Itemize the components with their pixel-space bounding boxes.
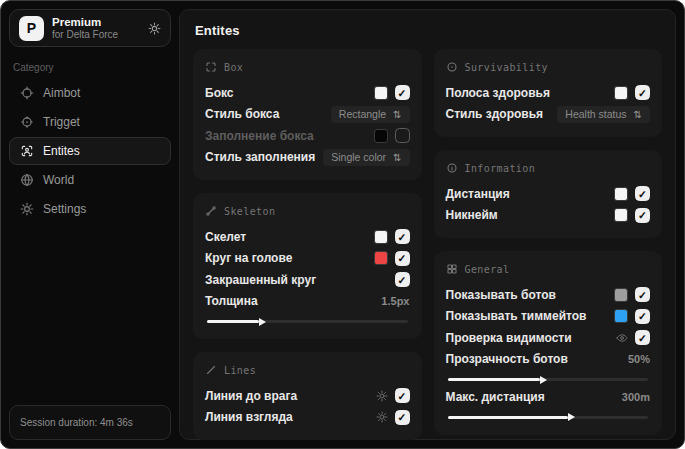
- diagonal-line-icon: [205, 364, 217, 376]
- setting-label: Показывать ботов: [446, 288, 556, 302]
- checkbox[interactable]: [395, 251, 410, 266]
- category-label: Category: [13, 62, 167, 73]
- checkbox[interactable]: [635, 287, 650, 302]
- chevron-updown-icon: ⇅: [634, 109, 642, 120]
- sidebar: P Premium for Delta Force Category Aimbo…: [9, 9, 171, 440]
- checkbox[interactable]: [635, 330, 650, 345]
- setting-row: Стиль заполнения Single color ⇅: [205, 147, 410, 169]
- bot-opacity-slider[interactable]: [448, 378, 649, 381]
- checkbox[interactable]: [635, 186, 650, 201]
- checkbox[interactable]: [395, 229, 410, 244]
- setting-label: Бокс: [205, 86, 233, 100]
- main-panel: Entites Box Бокс: [179, 9, 676, 440]
- sidebar-item-label: Settings: [43, 202, 86, 216]
- section-title: Lines: [224, 365, 256, 376]
- setting-row: Бокс: [205, 82, 410, 104]
- section-box: Box Бокс Стиль бокса Rectangle ⇅: [193, 49, 422, 180]
- chevron-updown-icon: ⇅: [393, 152, 401, 163]
- section-information: Information Дистанция Никнейм: [434, 150, 663, 238]
- checkbox[interactable]: [635, 309, 650, 324]
- checkbox[interactable]: [635, 85, 650, 100]
- checkbox[interactable]: [395, 388, 410, 403]
- checkbox[interactable]: [395, 128, 410, 143]
- sidebar-item-entites[interactable]: Entites: [9, 137, 171, 165]
- slider-value: 1.5px: [381, 295, 409, 307]
- gear-icon[interactable]: [376, 411, 388, 423]
- color-swatch[interactable]: [614, 309, 628, 323]
- info-icon: [446, 162, 458, 174]
- sidebar-item-aimbot[interactable]: Aimbot: [9, 79, 171, 107]
- dropdown-value: Health status: [565, 108, 626, 120]
- chevron-updown-icon: ⇅: [393, 109, 401, 120]
- setting-row: Круг на голове: [205, 248, 410, 270]
- setting-label: Никнейм: [446, 208, 498, 222]
- max-distance-slider[interactable]: [448, 416, 649, 419]
- setting-label: Линия до врага: [205, 389, 297, 403]
- setting-label: Стиль заполнения: [205, 150, 315, 164]
- setting-row: Показывать тиммейтов: [446, 306, 651, 328]
- dropdown-value: Rectangle: [339, 108, 386, 120]
- color-swatch[interactable]: [374, 86, 388, 100]
- setting-label: Проверка видимости: [446, 331, 572, 345]
- setting-row: Прозрачность ботов 50%: [446, 349, 651, 371]
- section-title: Information: [465, 163, 536, 174]
- color-swatch[interactable]: [614, 86, 628, 100]
- setting-label: Показывать тиммейтов: [446, 309, 587, 323]
- slider-value: 300m: [622, 391, 650, 403]
- sidebar-item-label: Entites: [43, 144, 80, 158]
- health-style-dropdown[interactable]: Health status ⇅: [557, 106, 650, 123]
- checkbox[interactable]: [395, 410, 410, 425]
- session-duration-text: Session duration: 4m 36s: [20, 417, 133, 428]
- setting-row: Скелет: [205, 226, 410, 248]
- page-title: Entites: [195, 23, 662, 38]
- app-window: P Premium for Delta Force Category Aimbo…: [0, 0, 685, 449]
- brand-title: Premium: [52, 16, 118, 29]
- setting-row: Никнейм: [446, 205, 651, 227]
- color-swatch[interactable]: [374, 251, 388, 265]
- setting-label: Прозрачность ботов: [446, 352, 568, 366]
- thickness-slider[interactable]: [207, 320, 408, 323]
- setting-label: Макс. дистанция: [446, 390, 545, 404]
- globe-icon: [20, 173, 34, 187]
- setting-label: Дистанция: [446, 187, 510, 201]
- slider-fill: [448, 378, 540, 381]
- sidebar-nav: Aimbot Trigget Entites World: [9, 79, 171, 223]
- gear-icon[interactable]: [148, 22, 161, 35]
- brand-subtitle: for Delta Force: [52, 29, 118, 41]
- color-swatch[interactable]: [614, 187, 628, 201]
- setting-label: Полоса здоровья: [446, 86, 550, 100]
- color-swatch[interactable]: [614, 208, 628, 222]
- section-title: Survivability: [465, 62, 548, 73]
- person-scan-icon: [20, 144, 34, 158]
- eye-icon[interactable]: [616, 332, 628, 344]
- section-skeleton: Skeleton Скелет Круг на голове: [193, 193, 422, 339]
- session-duration: Session duration: 4m 36s: [9, 405, 171, 440]
- pulse-circle-icon: [446, 61, 458, 73]
- fill-style-dropdown[interactable]: Single color ⇅: [323, 149, 409, 166]
- setting-label: Толщина: [205, 294, 258, 308]
- section-survivability: Survivability Полоса здоровья Стиль здор…: [434, 49, 663, 137]
- color-swatch[interactable]: [374, 230, 388, 244]
- right-column: Survivability Полоса здоровья Стиль здор…: [434, 49, 663, 435]
- sidebar-item-trigget[interactable]: Trigget: [9, 108, 171, 136]
- setting-label: Закрашенный круг: [205, 273, 316, 287]
- color-swatch[interactable]: [374, 129, 388, 143]
- sidebar-item-label: Trigget: [43, 115, 80, 129]
- box-corners-icon: [205, 61, 217, 73]
- checkbox[interactable]: [395, 85, 410, 100]
- setting-row: Стиль бокса Rectangle ⇅: [205, 104, 410, 126]
- gear-icon: [20, 202, 34, 216]
- slider-fill: [448, 416, 568, 419]
- box-style-dropdown[interactable]: Rectangle ⇅: [331, 106, 410, 123]
- setting-label: Стиль бокса: [205, 107, 279, 121]
- sidebar-item-world[interactable]: World: [9, 166, 171, 194]
- checkbox[interactable]: [635, 208, 650, 223]
- setting-label: Круг на голове: [205, 251, 292, 265]
- checkbox[interactable]: [395, 272, 410, 287]
- color-swatch[interactable]: [614, 288, 628, 302]
- gear-icon[interactable]: [376, 390, 388, 402]
- sidebar-item-settings[interactable]: Settings: [9, 195, 171, 223]
- setting-row: Полоса здоровья: [446, 82, 651, 104]
- brand-logo-letter: P: [27, 20, 36, 36]
- crosshair-icon: [20, 86, 34, 100]
